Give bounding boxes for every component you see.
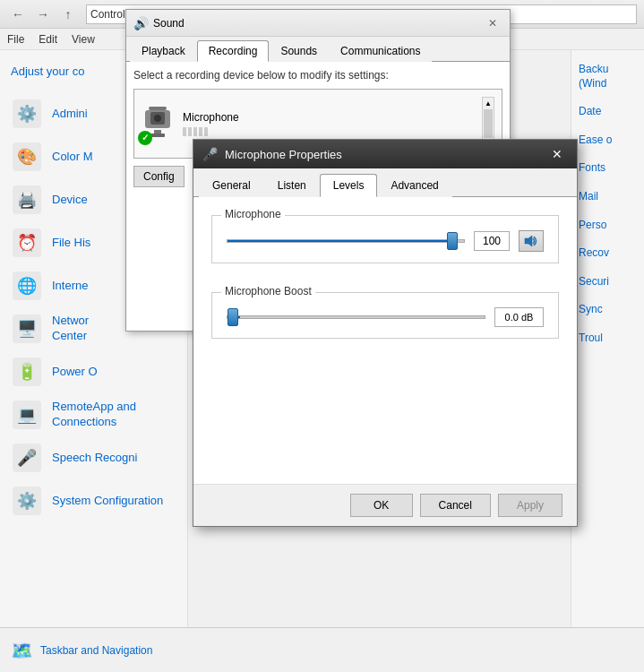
ok-button[interactable]: OK (350, 494, 413, 517)
filehis-icon: ⏰ (11, 227, 43, 259)
tab-playback[interactable]: Playback (130, 40, 197, 62)
svg-rect-4 (154, 130, 161, 134)
sidebar-item-power[interactable]: 🔋 Power O (0, 350, 187, 393)
mic-close-button[interactable]: ✕ (546, 143, 568, 165)
back-button[interactable]: ← (7, 4, 29, 25)
microphone-mute-button[interactable] (519, 230, 544, 252)
admini-icon: ⚙️ (11, 98, 43, 130)
right-item-perso[interactable]: Perso (575, 211, 640, 240)
cancel-button[interactable]: Cancel (420, 494, 491, 517)
right-item-mail[interactable]: Mail (575, 183, 640, 211)
tab-communications[interactable]: Communications (329, 40, 432, 62)
right-item-securi[interactable]: Securi (575, 268, 640, 297)
bottom-bar: 🗺️ Taskbar and Navigation (0, 627, 644, 672)
sound-title-text: Sound (153, 17, 483, 30)
power-icon: 🔋 (11, 356, 43, 388)
bar-1 (183, 127, 186, 136)
sound-close-button[interactable]: ✕ (483, 13, 502, 33)
sound-title-icon: 🔊 (133, 16, 148, 30)
sidebar-label-speech: Speech Recogni (52, 451, 137, 466)
mic-footer: OK Cancel Apply (193, 484, 577, 526)
tab-advanced[interactable]: Advanced (377, 174, 451, 197)
tab-general[interactable]: General (199, 174, 264, 197)
menu-view[interactable]: View (72, 33, 95, 46)
menu-edit[interactable]: Edit (39, 33, 57, 46)
microphone-level-row: 100 (227, 230, 544, 252)
right-item-date[interactable]: Date (575, 98, 640, 126)
internet-icon: 🌐 (11, 270, 43, 302)
sidebar-label-color: Color M (52, 150, 93, 165)
device-bars (183, 127, 473, 136)
device-check-icon: ✓ (138, 131, 152, 145)
svg-rect-5 (150, 134, 165, 137)
microphone-slider-thumb[interactable] (447, 232, 458, 250)
menu-file[interactable]: File (7, 33, 24, 46)
svg-point-3 (154, 115, 161, 122)
mic-properties-dialog: 🎤 Microphone Properties ✕ General Listen… (193, 139, 578, 527)
device-icon: 🖨️ (11, 184, 43, 216)
apply-button[interactable]: Apply (498, 494, 562, 517)
right-item-sync[interactable]: Sync (575, 296, 640, 324)
sound-desc: Select a recording device below to modif… (133, 69, 502, 82)
microphone-boost-group: Microphone Boost 0.0 dB (211, 292, 559, 339)
sidebar-label-device: Device (52, 193, 88, 208)
tab-recording[interactable]: Recording (197, 40, 270, 62)
boost-slider-container (227, 308, 485, 326)
right-item-backup[interactable]: Backu(Wind (575, 56, 640, 98)
speaker-icon (524, 235, 538, 247)
remoteapp-icon: 💻 (11, 399, 43, 431)
right-item-fonts[interactable]: Fonts (575, 154, 640, 183)
network-icon: 🖥️ (11, 313, 43, 345)
right-panel: Backu(Wind Date Ease o Fonts Mail Perso … (571, 50, 644, 672)
bar-3 (193, 127, 197, 136)
sidebar-item-systemconfig[interactable]: ⚙️ System Configuration (0, 479, 187, 522)
sidebar-label-internet: Interne (52, 279, 88, 294)
mic-content: Microphone 100 (193, 197, 577, 484)
mic-title-text: Microphone Properties (225, 148, 546, 161)
right-item-recov[interactable]: Recov (575, 239, 640, 268)
device-name: Microphone (183, 111, 473, 124)
sidebar-label-admini: Admini (52, 107, 88, 122)
sidebar-label-network: NetworCenter (52, 314, 89, 344)
microphone-level-value: 100 (474, 231, 510, 251)
mic-tabs: General Listen Levels Advanced (193, 168, 577, 197)
right-item-troul[interactable]: Troul (575, 324, 640, 353)
taskbar-nav-label: Taskbar and Navigation (40, 644, 152, 657)
device-info: Microphone (183, 111, 473, 136)
bar-5 (204, 127, 208, 136)
taskbar-nav-icon: 🗺️ Taskbar and Navigation (11, 640, 152, 661)
configure-button[interactable]: Config (133, 166, 185, 187)
sidebar-label-filehis: File His (52, 236, 90, 251)
svg-marker-6 (525, 236, 532, 246)
systemconfig-icon: ⚙️ (11, 485, 43, 517)
boost-slider-track[interactable] (227, 315, 485, 319)
cp-nav-buttons: ← → ↑ (7, 4, 79, 25)
sidebar-item-remoteapp[interactable]: 💻 RemoteApp andConnections (0, 393, 187, 436)
microphone-slider-track[interactable] (227, 239, 465, 243)
microphone-slider-fill (228, 240, 452, 242)
microphone-level-group: Microphone 100 (211, 215, 559, 263)
up-button[interactable]: ↑ (57, 4, 79, 25)
tab-listen[interactable]: Listen (264, 174, 320, 197)
boost-level-value: 0.0 dB (494, 307, 544, 327)
sound-tabs: Playback Recording Sounds Communications (126, 37, 510, 62)
sidebar-item-speech[interactable]: 🎤 Speech Recogni (0, 436, 187, 479)
svg-rect-0 (149, 107, 167, 110)
speech-icon: 🎤 (11, 442, 43, 474)
boost-slider-thumb[interactable] (228, 308, 238, 326)
bar-2 (188, 127, 192, 136)
sidebar-label-remoteapp: RemoteApp andConnections (52, 400, 136, 430)
right-item-ease[interactable]: Ease o (575, 126, 640, 155)
microphone-slider-container (227, 232, 465, 250)
mic-titlebar: 🎤 Microphone Properties ✕ (193, 140, 577, 168)
mic-title-icon: 🎤 (202, 147, 218, 161)
sidebar-label-power: Power O (52, 365, 98, 380)
microphone-group-label: Microphone (221, 208, 285, 220)
tab-sounds[interactable]: Sounds (269, 40, 329, 62)
tab-levels[interactable]: Levels (320, 174, 378, 197)
sound-titlebar: 🔊 Sound ✕ (126, 10, 510, 37)
device-icon-container: ✓ (142, 107, 174, 142)
boost-group-label: Microphone Boost (221, 285, 315, 297)
bar-4 (199, 127, 202, 136)
forward-button[interactable]: → (32, 4, 54, 25)
